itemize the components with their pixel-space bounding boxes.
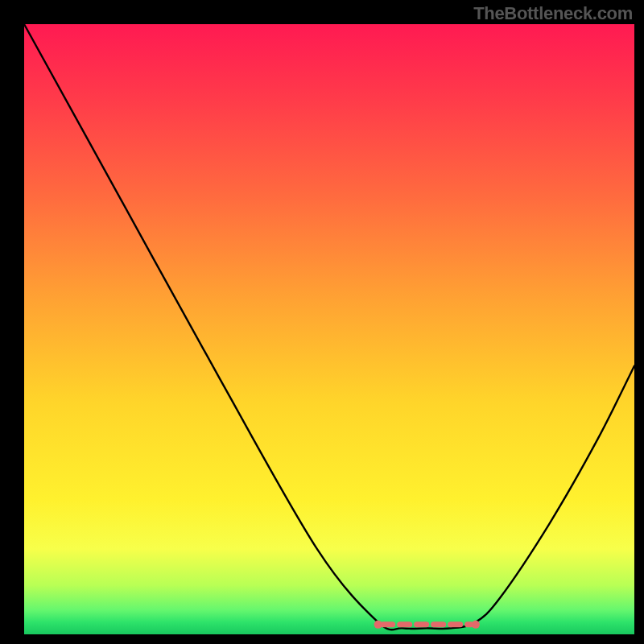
curve-layer (24, 24, 634, 634)
bottleneck-curve (24, 24, 634, 630)
attribution-text: TheBottleneck.com (473, 3, 633, 24)
plot-area (24, 24, 634, 634)
chart-frame: TheBottleneck.com (0, 0, 644, 644)
